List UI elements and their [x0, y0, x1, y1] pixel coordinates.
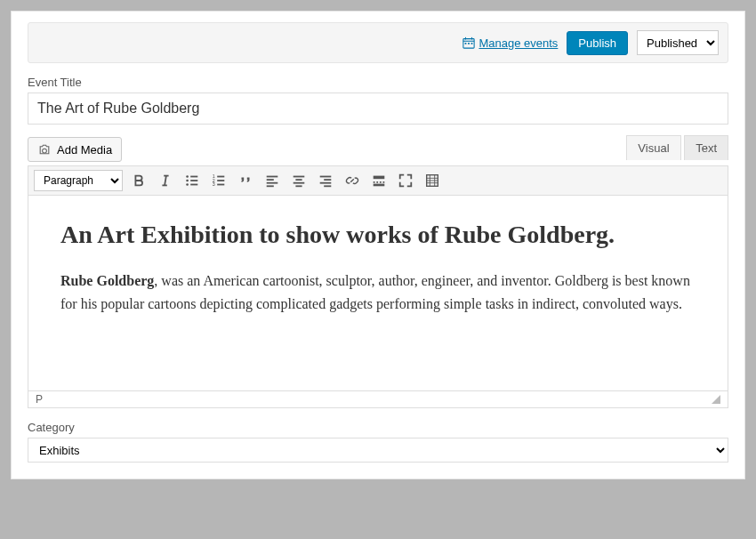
element-path-bar: P — [28, 391, 728, 408]
manage-events-link[interactable]: Manage events — [462, 36, 558, 50]
toolbar-toggle-button[interactable] — [422, 170, 443, 191]
tab-visual[interactable]: Visual — [626, 135, 680, 160]
resize-handle[interactable] — [712, 395, 720, 404]
svg-point-7 — [43, 149, 47, 153]
align-left-button[interactable] — [261, 170, 283, 191]
svg-rect-4 — [465, 43, 467, 44]
bold-button[interactable] — [128, 170, 149, 191]
italic-button[interactable] — [155, 170, 176, 191]
manage-events-label: Manage events — [479, 36, 558, 50]
svg-point-11 — [186, 175, 189, 178]
align-center-button[interactable] — [288, 170, 310, 191]
editor-tabs: Visual Text — [626, 135, 728, 160]
svg-rect-5 — [469, 43, 470, 44]
svg-rect-6 — [471, 43, 473, 44]
top-action-bar: Manage events Publish Published — [28, 22, 728, 63]
tab-text[interactable]: Text — [684, 135, 728, 160]
svg-rect-37 — [374, 184, 385, 187]
event-title-input[interactable] — [28, 93, 728, 125]
content-editor[interactable]: An Art Exhibition to show works of Rube … — [28, 196, 728, 391]
publish-button[interactable]: Publish — [567, 31, 628, 55]
svg-point-13 — [186, 183, 189, 186]
media-icon — [37, 142, 52, 157]
add-media-button[interactable]: Add Media — [28, 137, 122, 162]
link-button[interactable] — [342, 170, 363, 191]
svg-point-12 — [186, 180, 189, 182]
content-lead: Rube Goldberg — [60, 273, 154, 288]
category-label: Category — [28, 421, 728, 434]
fullscreen-button[interactable] — [395, 170, 416, 191]
svg-rect-35 — [374, 176, 385, 180]
category-select[interactable]: Exhibits — [28, 438, 728, 463]
format-select[interactable]: Paragraph — [34, 170, 123, 191]
numbered-list-button[interactable]: 123 — [208, 170, 229, 191]
element-path: P — [36, 393, 43, 406]
content-paragraph: Rube Goldberg, was an American cartoonis… — [60, 270, 696, 315]
svg-text:3: 3 — [213, 181, 215, 187]
title-label: Event Title — [28, 76, 728, 89]
insert-more-button[interactable] — [368, 170, 390, 191]
content-body: , was an American cartoonist, sculptor, … — [60, 273, 690, 311]
event-editor-panel: Manage events Publish Published Event Ti… — [11, 11, 745, 479]
calendar-icon — [462, 36, 475, 49]
align-right-button[interactable] — [315, 170, 336, 191]
editor-toolbar: Paragraph 123 — [28, 165, 728, 196]
svg-line-10 — [165, 176, 166, 186]
blockquote-button[interactable] — [235, 170, 256, 191]
add-media-label: Add Media — [57, 143, 112, 157]
bullet-list-button[interactable] — [181, 170, 203, 191]
content-heading: An Art Exhibition to show works of Rube … — [60, 219, 696, 250]
status-select[interactable]: Published — [637, 30, 719, 55]
